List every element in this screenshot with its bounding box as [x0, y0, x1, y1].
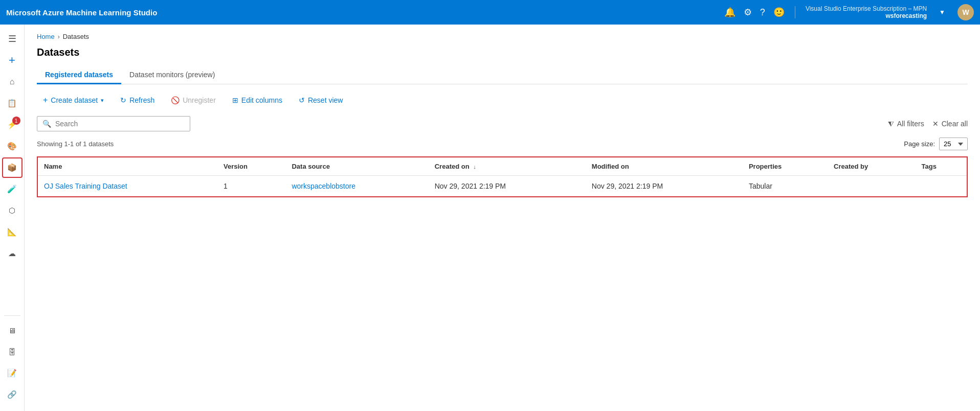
tab-registered-datasets[interactable]: Registered datasets	[37, 66, 121, 84]
showing-count-bar: Showing 1-1 of 1 datasets Page size: 25 …	[37, 138, 968, 150]
cell-data-source: workspaceblobstore	[285, 176, 428, 197]
create-chevron-icon: ▾	[101, 97, 104, 104]
topbar-icons: 🔔 ⚙ ? 🙂 Visual Studio Enterprise Subscri…	[724, 4, 974, 20]
unregister-icon: 🚫	[171, 96, 180, 104]
avatar[interactable]: W	[957, 4, 974, 20]
account-chevron[interactable]: ▼	[939, 9, 945, 16]
sidebar-item-linked-services[interactable]: 🔗	[2, 384, 23, 405]
bell-icon[interactable]: 🔔	[724, 7, 736, 18]
refresh-button[interactable]: ↻ Refresh	[114, 93, 161, 107]
search-input[interactable]	[55, 120, 185, 128]
datasets-icon: 📦	[7, 163, 17, 172]
all-filters-button[interactable]: ⧨ All filters	[888, 120, 924, 128]
col-created-by[interactable]: Created by	[828, 157, 916, 176]
cell-created-by	[828, 176, 916, 197]
account-info: Visual Studio Enterprise Subscription – …	[806, 5, 927, 19]
sidebar-item-models[interactable]: 📐	[2, 222, 23, 242]
main-content: Home › Datasets Datasets Registered data…	[25, 25, 980, 411]
table-header: Name Version Data source Created on ↓	[38, 157, 967, 176]
sidebar-item-notebooks[interactable]: 📋	[2, 93, 23, 113]
refresh-icon: ↻	[120, 96, 126, 104]
models-icon: 📐	[7, 227, 17, 237]
page-size-label: Page size:	[904, 140, 935, 148]
table-row: OJ Sales Training Dataset 1 workspaceblo…	[38, 176, 967, 197]
col-version[interactable]: Version	[217, 157, 285, 176]
breadcrumb-home[interactable]: Home	[37, 33, 55, 40]
col-properties[interactable]: Properties	[743, 157, 828, 176]
col-created-on[interactable]: Created on ↓	[429, 157, 586, 176]
cell-created-on: Nov 29, 2021 2:19 PM	[429, 176, 586, 197]
sidebar-item-experiments[interactable]: 🧪	[2, 179, 23, 199]
toolbar: + Create dataset ▾ ↻ Refresh 🚫 Unregiste…	[37, 93, 968, 108]
sidebar-item-compute[interactable]: 🖥	[2, 320, 23, 340]
sidebar-divider	[4, 315, 20, 316]
sidebar-item-data-labeling[interactable]: 📝	[2, 363, 23, 383]
reset-view-button[interactable]: ↺ Reset view	[293, 93, 349, 107]
pipelines-icon: ⬡	[9, 206, 15, 215]
sidebar-item-menu[interactable]: ☰	[2, 29, 23, 49]
page-size-select[interactable]: 25 50 100	[939, 138, 968, 150]
page-size-control: Page size: 25 50 100	[904, 138, 968, 150]
cell-modified-on: Nov 29, 2021 2:19 PM	[586, 176, 743, 197]
data-labeling-icon: 📝	[7, 369, 17, 378]
create-icon: +	[43, 96, 48, 105]
menu-icon: ☰	[8, 33, 16, 44]
sidebar: ☰ + ⌂ 📋 ⚡ 1 🎨 📦 🧪 ⬡ 📐 ☁	[0, 25, 25, 411]
sidebar-item-pipelines[interactable]: ⬡	[2, 200, 23, 221]
sidebar-item-datasets[interactable]: 📦	[2, 157, 23, 178]
sidebar-item-endpoints[interactable]: ☁	[2, 243, 23, 264]
notification-badge: 1	[12, 117, 20, 125]
cell-version: 1	[217, 176, 285, 197]
page-title: Datasets	[37, 47, 968, 58]
cell-name: OJ Sales Training Dataset	[38, 176, 217, 197]
compute-icon: 🖥	[8, 326, 16, 335]
col-modified-on[interactable]: Modified on	[586, 157, 743, 176]
app-title: Microsoft Azure Machine Learning Studio	[6, 8, 724, 17]
experiments-icon: 🧪	[7, 185, 17, 194]
smiley-icon[interactable]: 🙂	[773, 7, 785, 18]
datasets-table-wrapper: Name Version Data source Created on ↓	[37, 156, 968, 197]
col-tags[interactable]: Tags	[916, 157, 967, 176]
showing-count-text: Showing 1-1 of 1 datasets	[37, 140, 114, 148]
col-data-source[interactable]: Data source	[285, 157, 428, 176]
help-icon[interactable]: ?	[760, 7, 765, 18]
workspace-name: wsforecasting	[885, 12, 927, 19]
topbar: Microsoft Azure Machine Learning Studio …	[0, 0, 980, 25]
linked-services-icon: 🔗	[7, 390, 17, 399]
tabs: Registered datasets Dataset monitors (pr…	[37, 66, 968, 84]
layout: ☰ + ⌂ 📋 ⚡ 1 🎨 📦 🧪 ⬡ 📐 ☁	[0, 25, 980, 411]
breadcrumb: Home › Datasets	[37, 33, 968, 40]
table-body: OJ Sales Training Dataset 1 workspaceblo…	[38, 176, 967, 197]
settings-icon[interactable]: ⚙	[744, 7, 752, 18]
dataset-name-link[interactable]: OJ Sales Training Dataset	[44, 182, 127, 190]
sidebar-item-automated-ml[interactable]: ⚡ 1	[2, 115, 23, 135]
sidebar-item-datastores[interactable]: 🗄	[2, 341, 23, 362]
edit-columns-icon: ⊞	[232, 96, 238, 104]
sidebar-item-home[interactable]: ⌂	[2, 72, 23, 92]
data-source-link[interactable]: workspaceblobstore	[292, 182, 355, 190]
home-icon: ⌂	[10, 77, 15, 86]
create-dataset-button[interactable]: + Create dataset ▾	[37, 93, 110, 108]
edit-columns-button[interactable]: ⊞ Edit columns	[226, 93, 288, 107]
reset-view-icon: ↺	[299, 96, 305, 104]
endpoints-icon: ☁	[8, 249, 16, 258]
tab-dataset-monitors[interactable]: Dataset monitors (preview)	[121, 66, 223, 84]
sidebar-item-designer[interactable]: 🎨	[2, 136, 23, 156]
breadcrumb-current: Datasets	[63, 33, 89, 40]
designer-icon: 🎨	[7, 142, 17, 151]
topbar-divider	[795, 6, 795, 18]
sort-icon: ↓	[473, 164, 476, 170]
sidebar-item-add[interactable]: +	[2, 50, 23, 71]
datastores-icon: 🗄	[8, 348, 16, 356]
search-box: 🔍	[37, 116, 190, 131]
clear-icon: ✕	[932, 120, 939, 128]
subscription-name: Visual Studio Enterprise Subscription – …	[806, 5, 927, 12]
filter-actions: ⧨ All filters ✕ Clear all	[888, 120, 968, 128]
clear-all-button[interactable]: ✕ Clear all	[932, 120, 968, 128]
unregister-button[interactable]: 🚫 Unregister	[165, 93, 222, 107]
datasets-table: Name Version Data source Created on ↓	[38, 157, 967, 196]
col-name[interactable]: Name	[38, 157, 217, 176]
cell-tags	[916, 176, 967, 197]
cell-properties: Tabular	[743, 176, 828, 197]
search-icon: 🔍	[42, 120, 51, 128]
